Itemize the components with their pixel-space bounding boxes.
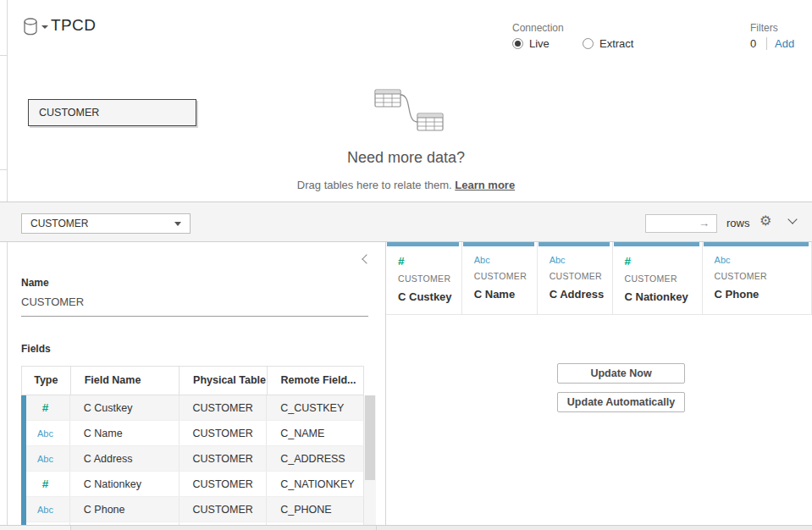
- field-name-cell: C Nationkey: [70, 472, 180, 496]
- column-table-label: CUSTOMER: [474, 271, 537, 281]
- left-pane-divider: [0, 169, 8, 170]
- left-pane-divider: [0, 55, 8, 56]
- col-header-physical-table[interactable]: Physical Table: [180, 367, 268, 395]
- table-select-value: CUSTOMER: [30, 218, 88, 229]
- field-name-cell: C Name: [70, 421, 180, 445]
- column-field-name: C Address: [550, 288, 612, 301]
- remote-field-cell: C_PHONE: [267, 497, 363, 522]
- selected-table-accent-bar: [21, 395, 26, 525]
- string-type-icon: Abc: [21, 497, 70, 522]
- grid-column-header[interactable]: # CUSTOMER C Nationkey: [613, 242, 703, 315]
- filters-divider: [766, 37, 767, 50]
- field-name-cell: C Custkey: [70, 395, 180, 420]
- connection-extract-radio[interactable]: Extract: [583, 37, 633, 50]
- learn-more-link[interactable]: Learn more: [455, 179, 515, 191]
- grid-column-header[interactable]: # CUSTOMER C Custkey: [386, 242, 462, 315]
- rows-label: rows: [726, 217, 749, 229]
- datasource-menu-caret-icon[interactable]: [41, 25, 48, 29]
- drag-tables-hint: Drag tables here to relate them.: [297, 179, 452, 191]
- table-select-dropdown[interactable]: CUSTOMER: [21, 213, 191, 234]
- remote-field-cell: C_ADDRESS: [267, 446, 363, 471]
- canvas-table-label: CUSTOMER: [39, 107, 99, 119]
- collapsed-left-pane[interactable]: [0, 0, 8, 525]
- update-automatically-button[interactable]: Update Automatically: [557, 392, 685, 412]
- string-type-icon: Abc: [550, 255, 612, 265]
- number-type-icon: #: [21, 472, 70, 496]
- table-row[interactable]: Abc C Address CUSTOMER C_ADDRESS: [21, 446, 364, 472]
- string-type-icon: Abc: [21, 446, 70, 471]
- column-table-label: CUSTOMER: [550, 271, 612, 281]
- extract-label: Extract: [599, 37, 633, 50]
- column-field-name: C Name: [474, 288, 537, 301]
- empty-canvas-hint: Drag tables here to relate them. Learn m…: [0, 179, 812, 191]
- relate-tables-illustration-icon: [374, 86, 444, 135]
- column-accent-bar: [463, 242, 534, 246]
- column-accent-bar: [387, 242, 459, 246]
- rows-count-input[interactable]: →: [645, 214, 717, 233]
- remote-field-cell: C_NATIONKEY: [267, 472, 363, 496]
- number-type-icon: #: [398, 255, 461, 268]
- fields-table: Type Field Name Physical Table Remote Fi…: [21, 366, 364, 525]
- physical-table-cell: CUSTOMER: [180, 446, 268, 471]
- physical-table-cell: CUSTOMER: [180, 421, 268, 445]
- column-table-label: CUSTOMER: [625, 273, 702, 284]
- physical-table-cell: CUSTOMER: [180, 472, 268, 496]
- enter-arrow-icon: →: [699, 217, 710, 229]
- table-name-input[interactable]: CUSTOMER: [21, 295, 368, 317]
- col-header-type[interactable]: Type: [22, 367, 71, 395]
- add-filter-link[interactable]: Add: [775, 37, 794, 50]
- scrollbar-thumb[interactable]: [365, 395, 375, 480]
- number-type-icon: #: [21, 395, 70, 420]
- column-field-name: C Phone: [715, 288, 811, 301]
- column-accent-bar: [539, 242, 610, 246]
- fields-table-vertical-scrollbar[interactable]: [364, 395, 376, 525]
- chevron-down-icon[interactable]: [787, 214, 797, 224]
- grid-toolbar: CUSTOMER → rows ⚙: [0, 202, 812, 242]
- column-table-label: CUSTOMER: [398, 273, 461, 284]
- datasource-page: TPCD Connection Live Extract Filters 0 A…: [0, 0, 812, 530]
- column-table-label: CUSTOMER: [715, 271, 811, 281]
- scrollbar-corner: [0, 526, 71, 530]
- table-row[interactable]: Abc C Name CUSTOMER C_NAME: [21, 421, 364, 446]
- filters-label: Filters: [750, 22, 778, 34]
- data-grid-panel: # CUSTOMER C Custkey Abc CUSTOMER C Name…: [386, 242, 812, 525]
- datasource-title: TPCD: [51, 16, 96, 35]
- column-field-name: C Nationkey: [625, 290, 702, 303]
- filters-count: 0: [750, 37, 756, 50]
- connection-live-radio[interactable]: Live: [512, 37, 550, 50]
- fields-table-header: Type Field Name Physical Table Remote Fi…: [21, 366, 364, 395]
- collapse-panel-icon[interactable]: [362, 254, 371, 263]
- empty-canvas-title: Need more data?: [0, 149, 812, 167]
- number-type-icon: #: [625, 255, 702, 268]
- field-properties-panel: Name CUSTOMER Fields Type Field Name Phy…: [8, 242, 385, 525]
- string-type-icon: Abc: [715, 255, 811, 265]
- table-row[interactable]: # C Nationkey CUSTOMER C_NATIONKEY: [21, 472, 364, 497]
- physical-table-cell: CUSTOMER: [180, 395, 268, 420]
- field-name-cell: C Phone: [70, 497, 180, 522]
- remote-field-cell: C_NAME: [267, 421, 363, 445]
- grid-column-header[interactable]: Abc CUSTOMER C Phone: [703, 242, 812, 315]
- string-type-icon: Abc: [474, 255, 537, 265]
- horizontal-scrollbar[interactable]: [0, 525, 812, 530]
- col-header-field-name[interactable]: Field Name: [71, 367, 180, 395]
- scrollbar-corner-divider: [376, 526, 377, 530]
- connection-label: Connection: [512, 22, 564, 34]
- update-now-button[interactable]: Update Now: [557, 363, 685, 384]
- field-name-cell: C Address: [70, 446, 180, 471]
- gear-icon[interactable]: ⚙: [760, 213, 771, 229]
- dropdown-caret-icon: [174, 222, 181, 226]
- col-header-remote-field[interactable]: Remote Field...: [268, 367, 363, 395]
- radio-selected-icon[interactable]: [512, 38, 523, 49]
- table-row[interactable]: # C Custkey CUSTOMER C_CUSTKEY: [21, 395, 364, 421]
- name-label: Name: [21, 277, 49, 289]
- grid-column-header[interactable]: Abc CUSTOMER C Address: [538, 242, 613, 315]
- grid-column-header[interactable]: Abc CUSTOMER C Name: [462, 242, 538, 315]
- data-grid-headers: # CUSTOMER C Custkey Abc CUSTOMER C Name…: [386, 242, 812, 315]
- string-type-icon: Abc: [21, 421, 70, 445]
- canvas-table-customer[interactable]: CUSTOMER: [28, 99, 196, 126]
- radio-unselected-icon[interactable]: [583, 38, 594, 49]
- fields-label: Fields: [21, 343, 51, 355]
- database-icon[interactable]: [23, 18, 38, 36]
- table-row[interactable]: Abc C Phone CUSTOMER C_PHONE: [21, 497, 364, 522]
- column-accent-bar: [704, 242, 809, 246]
